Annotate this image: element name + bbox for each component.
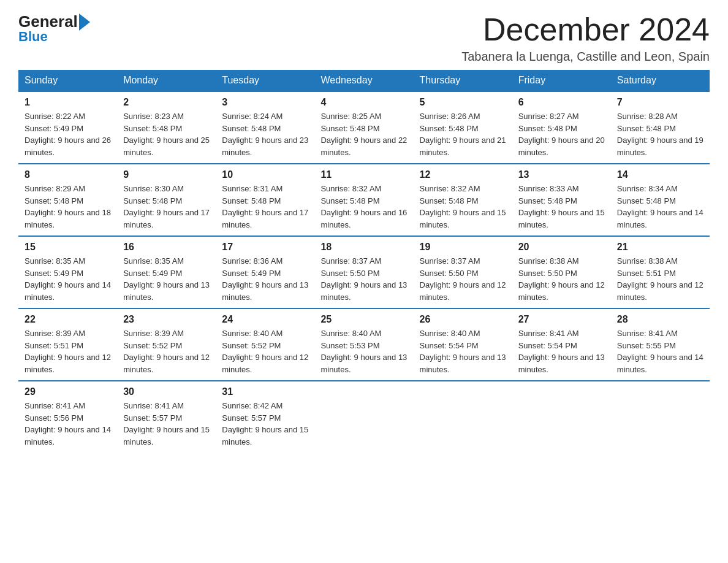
calendar-week-row: 1 Sunrise: 8:22 AM Sunset: 5:49 PM Dayli…: [18, 91, 710, 164]
day-info: Sunrise: 8:37 AM Sunset: 5:50 PM Dayligh…: [320, 255, 407, 303]
day-number: 1: [25, 97, 111, 108]
day-info: Sunrise: 8:40 AM Sunset: 5:52 PM Dayligh…: [222, 327, 308, 375]
day-info: Sunrise: 8:25 AM Sunset: 5:48 PM Dayligh…: [320, 110, 407, 158]
day-info: Sunrise: 8:42 AM Sunset: 5:57 PM Dayligh…: [222, 400, 308, 448]
day-info: Sunrise: 8:32 AM Sunset: 5:48 PM Dayligh…: [420, 183, 506, 231]
day-info: Sunrise: 8:24 AM Sunset: 5:48 PM Dayligh…: [222, 110, 308, 158]
day-number: 12: [420, 169, 506, 180]
calendar-day-cell: 18 Sunrise: 8:37 AM Sunset: 5:50 PM Dayl…: [314, 236, 413, 308]
day-info: Sunrise: 8:30 AM Sunset: 5:48 PM Dayligh…: [123, 183, 210, 231]
title-area: December 2024 Tabanera la Luenga, Castil…: [461, 12, 710, 64]
calendar-day-cell: 21 Sunrise: 8:38 AM Sunset: 5:51 PM Dayl…: [611, 236, 710, 308]
calendar-day-cell: 31 Sunrise: 8:42 AM Sunset: 5:57 PM Dayl…: [216, 381, 314, 453]
calendar-day-cell: [512, 381, 611, 453]
day-info: Sunrise: 8:31 AM Sunset: 5:48 PM Dayligh…: [222, 183, 308, 231]
calendar-day-cell: 27 Sunrise: 8:41 AM Sunset: 5:54 PM Dayl…: [512, 308, 611, 381]
calendar-day-cell: 24 Sunrise: 8:40 AM Sunset: 5:52 PM Dayl…: [216, 308, 314, 381]
calendar-day-cell: 1 Sunrise: 8:22 AM Sunset: 5:49 PM Dayli…: [18, 91, 117, 164]
day-number: 22: [25, 314, 111, 325]
day-number: 10: [222, 169, 308, 180]
day-number: 11: [320, 169, 407, 180]
day-number: 29: [25, 386, 111, 397]
day-number: 28: [617, 314, 703, 325]
calendar-day-cell: 7 Sunrise: 8:28 AM Sunset: 5:48 PM Dayli…: [611, 91, 710, 164]
day-info: Sunrise: 8:28 AM Sunset: 5:48 PM Dayligh…: [617, 110, 703, 158]
calendar-day-header: Tuesday: [216, 70, 314, 91]
day-info: Sunrise: 8:38 AM Sunset: 5:50 PM Dayligh…: [518, 255, 605, 303]
calendar-header-row: SundayMondayTuesdayWednesdayThursdayFrid…: [18, 70, 710, 91]
calendar-day-cell: 2 Sunrise: 8:23 AM Sunset: 5:48 PM Dayli…: [117, 91, 216, 164]
day-info: Sunrise: 8:33 AM Sunset: 5:48 PM Dayligh…: [518, 183, 605, 231]
calendar-day-header: Thursday: [414, 70, 512, 91]
calendar-day-cell: 13 Sunrise: 8:33 AM Sunset: 5:48 PM Dayl…: [512, 164, 611, 236]
calendar-day-cell: 14 Sunrise: 8:34 AM Sunset: 5:48 PM Dayl…: [611, 164, 710, 236]
day-number: 27: [518, 314, 605, 325]
day-info: Sunrise: 8:37 AM Sunset: 5:50 PM Dayligh…: [420, 255, 506, 303]
calendar-day-cell: 25 Sunrise: 8:40 AM Sunset: 5:53 PM Dayl…: [314, 308, 413, 381]
calendar-day-header: Friday: [512, 70, 611, 91]
calendar-day-cell: [611, 381, 710, 453]
calendar-day-header: Wednesday: [314, 70, 413, 91]
header-area: General Blue December 2024 Tabanera la L…: [18, 12, 710, 64]
day-number: 5: [420, 97, 506, 108]
calendar-day-header: Sunday: [18, 70, 117, 91]
day-number: 31: [222, 386, 308, 397]
day-info: Sunrise: 8:34 AM Sunset: 5:48 PM Dayligh…: [617, 183, 703, 231]
logo-blue: Blue: [18, 29, 48, 45]
calendar-day-cell: 16 Sunrise: 8:35 AM Sunset: 5:49 PM Dayl…: [117, 236, 216, 308]
day-number: 15: [25, 242, 111, 253]
page-subtitle: Tabanera la Luenga, Castille and Leon, S…: [461, 50, 710, 64]
day-info: Sunrise: 8:35 AM Sunset: 5:49 PM Dayligh…: [123, 255, 210, 303]
calendar-day-cell: 5 Sunrise: 8:26 AM Sunset: 5:48 PM Dayli…: [414, 91, 512, 164]
day-number: 6: [518, 97, 605, 108]
calendar-day-cell: [314, 381, 413, 453]
calendar-week-row: 15 Sunrise: 8:35 AM Sunset: 5:49 PM Dayl…: [18, 236, 710, 308]
calendar-week-row: 8 Sunrise: 8:29 AM Sunset: 5:48 PM Dayli…: [18, 164, 710, 236]
day-info: Sunrise: 8:41 AM Sunset: 5:55 PM Dayligh…: [617, 327, 703, 375]
calendar-day-cell: 20 Sunrise: 8:38 AM Sunset: 5:50 PM Dayl…: [512, 236, 611, 308]
day-info: Sunrise: 8:36 AM Sunset: 5:49 PM Dayligh…: [222, 255, 308, 303]
calendar-day-cell: 22 Sunrise: 8:39 AM Sunset: 5:51 PM Dayl…: [18, 308, 117, 381]
calendar-day-cell: [414, 381, 512, 453]
day-number: 18: [320, 242, 407, 253]
day-number: 25: [320, 314, 407, 325]
calendar-week-row: 22 Sunrise: 8:39 AM Sunset: 5:51 PM Dayl…: [18, 308, 710, 381]
day-info: Sunrise: 8:40 AM Sunset: 5:54 PM Dayligh…: [420, 327, 506, 375]
calendar-day-header: Saturday: [611, 70, 710, 91]
calendar-day-cell: 9 Sunrise: 8:30 AM Sunset: 5:48 PM Dayli…: [117, 164, 216, 236]
day-number: 21: [617, 242, 703, 253]
calendar-day-cell: 10 Sunrise: 8:31 AM Sunset: 5:48 PM Dayl…: [216, 164, 314, 236]
day-number: 4: [320, 97, 407, 108]
day-number: 26: [420, 314, 506, 325]
calendar-table: SundayMondayTuesdayWednesdayThursdayFrid…: [18, 70, 710, 453]
day-number: 14: [617, 169, 703, 180]
day-info: Sunrise: 8:26 AM Sunset: 5:48 PM Dayligh…: [420, 110, 506, 158]
day-number: 30: [123, 386, 210, 397]
logo: General Blue: [18, 12, 91, 45]
page-title: December 2024: [461, 12, 710, 47]
day-info: Sunrise: 8:38 AM Sunset: 5:51 PM Dayligh…: [617, 255, 703, 303]
day-number: 17: [222, 242, 308, 253]
calendar-day-cell: 3 Sunrise: 8:24 AM Sunset: 5:48 PM Dayli…: [216, 91, 314, 164]
calendar-day-cell: 29 Sunrise: 8:41 AM Sunset: 5:56 PM Dayl…: [18, 381, 117, 453]
calendar-week-row: 29 Sunrise: 8:41 AM Sunset: 5:56 PM Dayl…: [18, 381, 710, 453]
calendar-day-cell: 6 Sunrise: 8:27 AM Sunset: 5:48 PM Dayli…: [512, 91, 611, 164]
day-info: Sunrise: 8:39 AM Sunset: 5:52 PM Dayligh…: [123, 327, 210, 375]
day-info: Sunrise: 8:41 AM Sunset: 5:54 PM Dayligh…: [518, 327, 605, 375]
calendar-day-cell: 11 Sunrise: 8:32 AM Sunset: 5:48 PM Dayl…: [314, 164, 413, 236]
calendar-day-cell: 23 Sunrise: 8:39 AM Sunset: 5:52 PM Dayl…: [117, 308, 216, 381]
calendar-day-cell: 12 Sunrise: 8:32 AM Sunset: 5:48 PM Dayl…: [414, 164, 512, 236]
calendar-day-header: Monday: [117, 70, 216, 91]
calendar-day-cell: 28 Sunrise: 8:41 AM Sunset: 5:55 PM Dayl…: [611, 308, 710, 381]
day-number: 19: [420, 242, 506, 253]
calendar-day-cell: 26 Sunrise: 8:40 AM Sunset: 5:54 PM Dayl…: [414, 308, 512, 381]
logo-arrow-icon: [79, 13, 90, 31]
day-number: 9: [123, 169, 210, 180]
day-number: 7: [617, 97, 703, 108]
day-number: 8: [25, 169, 111, 180]
day-info: Sunrise: 8:23 AM Sunset: 5:48 PM Dayligh…: [123, 110, 210, 158]
day-number: 13: [518, 169, 605, 180]
day-number: 2: [123, 97, 210, 108]
day-number: 24: [222, 314, 308, 325]
calendar-day-cell: 15 Sunrise: 8:35 AM Sunset: 5:49 PM Dayl…: [18, 236, 117, 308]
